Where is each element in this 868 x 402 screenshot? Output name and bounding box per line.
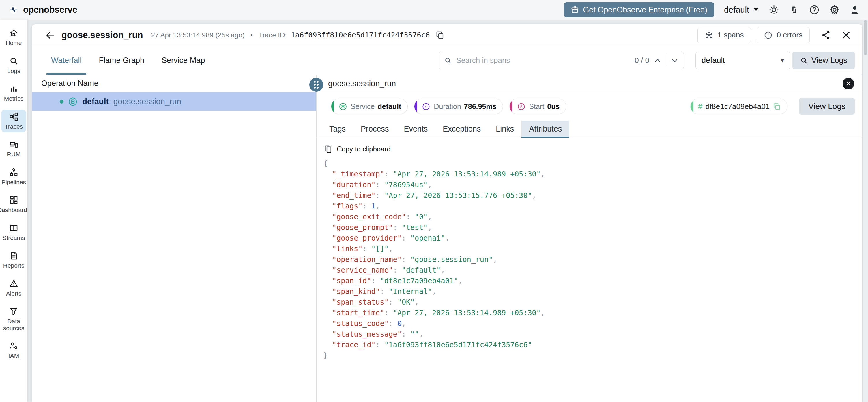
operation-name-header: Operation Name — [32, 75, 316, 92]
sidebar-item-rum[interactable]: RUM — [1, 137, 26, 160]
sidebar-item-alerts[interactable]: Alerts — [1, 276, 26, 300]
span-row-selected[interactable]: default goose.session_run — [32, 92, 316, 111]
json-line: "goose_prompt": "test", — [323, 222, 857, 233]
sidebar-item-label: Metrics — [4, 95, 24, 102]
sidebar-item-logs[interactable]: Logs — [1, 54, 26, 77]
json-line: "goose_provider": "openai", — [323, 233, 857, 243]
hash-icon: # — [698, 102, 703, 111]
close-trace-icon[interactable] — [841, 30, 851, 40]
clock-icon — [517, 102, 525, 111]
close-span-detail-button[interactable] — [843, 78, 854, 90]
error-circle-icon — [764, 31, 773, 39]
duration-badge: Duration 786.95ms — [414, 99, 503, 114]
span-detail-pane: goose.session_run Service default — [316, 75, 862, 402]
brand-name: openobserve — [23, 5, 77, 15]
attributes-json-block: { "_timestamp": "Apr 27, 2026 13:53:14.9… — [316, 156, 862, 367]
start-badge-label: Start — [529, 102, 544, 111]
sidebar-item-pipelines[interactable]: Pipelines — [1, 165, 26, 188]
search-match-counter: 0 / 0 — [634, 56, 649, 65]
span-search-input[interactable] — [456, 56, 630, 65]
dashboards-icon — [9, 196, 18, 204]
spans-hub-icon — [705, 31, 713, 39]
tab-attributes[interactable]: Attributes — [521, 121, 569, 138]
sidebar-item-metrics[interactable]: Metrics — [1, 81, 26, 105]
json-line: "end_time": "Apr 27, 2026 13:53:15.776 +… — [323, 190, 857, 201]
json-line: { — [323, 158, 857, 169]
sidebar-item-dashboards[interactable]: Dashboards — [1, 193, 26, 216]
tab-tags[interactable]: Tags — [322, 121, 353, 138]
span-detail-title: goose.session_run — [328, 79, 843, 88]
sidebar-item-label: Pipelines — [1, 179, 26, 186]
pane-resize-handle[interactable] — [309, 78, 323, 92]
tab-flame-graph[interactable]: Flame Graph — [90, 46, 153, 75]
json-line: "span_status": "OK", — [323, 297, 857, 307]
sidebar-item-label: Dashboards — [0, 206, 27, 213]
logs-search-icon — [9, 57, 18, 65]
user-profile-icon[interactable] — [849, 5, 860, 15]
home-icon — [9, 29, 18, 37]
main-row: Home Logs Metrics Traces RUM Pipelines — [0, 20, 868, 402]
copy-to-clipboard-button[interactable]: Copy to clipboard — [316, 138, 391, 156]
gift-icon — [571, 6, 579, 14]
json-line: "status_code": 0, — [323, 318, 857, 329]
tab-links[interactable]: Links — [488, 121, 521, 138]
start-badge: Start 0us — [509, 99, 566, 114]
json-line: "service_name": "default", — [323, 265, 857, 275]
spans-count-label: 1 spans — [717, 31, 744, 39]
next-match-icon[interactable] — [670, 56, 679, 65]
sidebar-item-data-sources[interactable]: Data sources — [1, 304, 26, 334]
slack-icon[interactable] — [789, 5, 799, 15]
data-sources-funnel-icon — [9, 307, 18, 316]
json-line: "_timestamp": "Apr 27, 2026 13:53:14.989… — [323, 169, 857, 179]
json-line: "operation_name": "goose.session_run", — [323, 254, 857, 265]
service-badge: Service default — [331, 99, 408, 114]
share-icon[interactable] — [821, 30, 831, 40]
json-line: "span_id": "df8e1c7a09eb4a01", — [323, 275, 857, 286]
reports-document-icon — [9, 251, 18, 260]
sidebar-item-iam[interactable]: IAM — [1, 339, 26, 362]
tab-events[interactable]: Events — [397, 121, 435, 138]
tab-service-map[interactable]: Service Map — [153, 46, 214, 75]
back-arrow-icon[interactable] — [45, 30, 56, 41]
json-line: "span_kind": "Internal", — [323, 286, 857, 297]
span-id-badge: # df8e1c7a09eb4a01 — [690, 99, 787, 114]
trace-title: goose.session_run — [61, 30, 143, 40]
sidebar-item-traces[interactable]: Traces — [1, 109, 26, 133]
json-line: } — [323, 350, 857, 361]
scrollbar-thumb[interactable] — [864, 20, 867, 55]
clock-icon — [422, 102, 430, 111]
close-icon — [845, 81, 851, 87]
tab-waterfall[interactable]: Waterfall — [42, 46, 90, 75]
streams-grid-icon — [9, 224, 18, 232]
tab-process[interactable]: Process — [353, 121, 397, 138]
org-selector[interactable]: default — [724, 5, 759, 15]
sidebar-item-label: Reports — [3, 262, 25, 269]
span-meta-badges: Service default Duration 786.95ms — [316, 92, 862, 120]
content-area: goose.session_run 27 Apr 13:53:14:989 (2… — [27, 20, 868, 402]
span-view-logs-button[interactable]: View Logs — [799, 98, 855, 115]
search-icon — [444, 57, 452, 65]
enterprise-button[interactable]: Get OpenObserve Enterprise (Free) — [564, 2, 714, 17]
light-mode-icon[interactable] — [769, 5, 779, 15]
copy-span-id-icon[interactable] — [773, 103, 781, 110]
copy-trace-id-icon[interactable] — [436, 31, 444, 39]
service-badge-label: Service — [351, 102, 375, 111]
duration-badge-bar — [414, 99, 417, 114]
settings-gear-icon[interactable] — [829, 5, 840, 15]
spans-count-badge: 1 spans — [698, 27, 751, 43]
view-logs-button[interactable]: View Logs — [793, 52, 855, 69]
vertical-scrollbar[interactable] — [863, 20, 868, 402]
traces-tree-icon — [9, 112, 18, 121]
brand[interactable]: openobserve — [7, 4, 77, 16]
sidebar-item-home[interactable]: Home — [1, 26, 26, 49]
sidebar-item-streams[interactable]: Streams — [1, 221, 26, 244]
previous-match-icon[interactable] — [653, 56, 662, 65]
help-icon[interactable] — [809, 5, 819, 15]
sidebar-item-label: Streams — [2, 234, 25, 241]
service-badge-value: default — [377, 102, 401, 111]
span-service-name: default — [82, 97, 109, 106]
stream-selector[interactable]: default ▾ — [695, 52, 790, 69]
sidebar-item-reports[interactable]: Reports — [1, 248, 26, 272]
tab-exceptions[interactable]: Exceptions — [435, 121, 488, 138]
openobserve-logo-icon — [7, 4, 20, 16]
